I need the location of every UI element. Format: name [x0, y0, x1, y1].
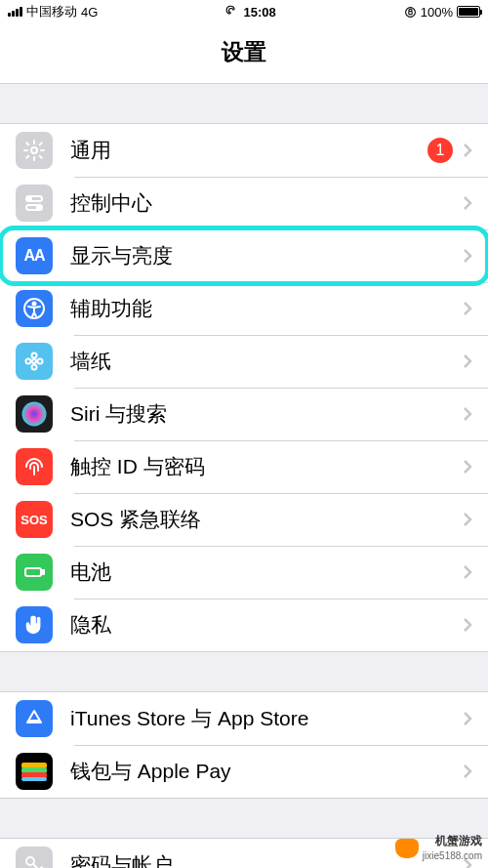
status-center: 15:08: [225, 5, 275, 20]
settings-row-general[interactable]: 通用1: [0, 124, 488, 177]
flower-icon: [16, 343, 53, 380]
svg-point-8: [33, 303, 36, 306]
battery-icon: [457, 6, 480, 18]
row-label: 隐私: [70, 611, 463, 639]
AA-icon: AA: [16, 237, 53, 274]
svg-point-4: [27, 197, 31, 201]
svg-rect-16: [42, 570, 44, 574]
svg-rect-20: [21, 777, 47, 781]
chevron-right-icon: [463, 617, 472, 633]
SOS-icon: SOS: [16, 501, 53, 538]
settings-row-sos[interactable]: SOSSOS 紧急联络: [0, 493, 488, 546]
status-left: 中国移动 4G: [8, 3, 98, 21]
chevron-right-icon: [463, 301, 472, 316]
battery-icon: [16, 554, 53, 591]
row-label: iTunes Store 与 App Store: [70, 705, 463, 732]
watermark-text-top: 机蟹游戏: [423, 834, 482, 849]
network-label: 4G: [81, 5, 98, 20]
fingerprint-icon: [16, 448, 53, 485]
gear-icon: [16, 132, 53, 169]
svg-point-14: [22, 402, 47, 427]
svg-point-12: [26, 359, 31, 364]
chevron-right-icon: [463, 353, 472, 369]
hotspot-icon: [225, 5, 239, 19]
chevron-right-icon: [463, 764, 472, 779]
battery-pct: 100%: [421, 5, 453, 20]
chevron-right-icon: [463, 564, 472, 580]
chevron-right-icon: [463, 143, 472, 158]
row-label: 墙纸: [70, 348, 463, 375]
svg-point-9: [32, 359, 36, 363]
chevron-right-icon: [463, 711, 472, 726]
settings-row-touchid[interactable]: 触控 ID 与密码: [0, 440, 488, 493]
row-label: 触控 ID 与密码: [70, 453, 463, 480]
settings-row-privacy[interactable]: 隐私: [0, 599, 488, 651]
watermark-logo-icon: [395, 839, 419, 858]
signal-icon: [8, 7, 22, 17]
time-label: 15:08: [243, 5, 275, 20]
notification-badge: 1: [427, 138, 453, 163]
settings-row-itunes[interactable]: iTunes Store 与 App Store: [0, 692, 488, 745]
status-right: 100%: [404, 5, 480, 20]
chevron-right-icon: [463, 406, 472, 422]
row-label: Siri 与搜索: [70, 400, 463, 428]
svg-point-2: [31, 147, 37, 153]
row-label: 钱包与 Apple Pay: [70, 758, 463, 785]
row-label: 通用: [70, 137, 427, 164]
svg-rect-15: [25, 568, 41, 576]
chevron-right-icon: [463, 195, 472, 211]
settings-row-siri[interactable]: Siri 与搜索: [0, 388, 488, 440]
svg-point-10: [32, 353, 37, 358]
hand-icon: [16, 606, 53, 643]
settings-row-display[interactable]: AA显示与亮度: [0, 229, 488, 282]
row-label: SOS 紧急联络: [70, 506, 463, 533]
settings-row-accessibility[interactable]: 辅助功能: [0, 282, 488, 335]
settings-row-wallpaper[interactable]: 墙纸: [0, 335, 488, 388]
key-icon: [16, 847, 53, 868]
siri-icon: [16, 395, 53, 433]
appstore-icon: [16, 700, 53, 737]
page-title: 设置: [0, 23, 488, 84]
accessibility-icon: [16, 290, 53, 327]
row-label: 电池: [70, 558, 463, 586]
orientation-lock-icon: [404, 6, 417, 19]
status-bar: 中国移动 4G 15:08 100%: [0, 0, 488, 23]
wallet-icon: [16, 753, 53, 790]
svg-point-6: [37, 206, 41, 210]
chevron-right-icon: [463, 248, 472, 264]
svg-rect-1: [409, 11, 412, 14]
chevron-right-icon: [463, 512, 472, 527]
row-label: 控制中心: [70, 189, 463, 217]
watermark-text-bottom: jixie5188.com: [423, 849, 482, 862]
settings-row-control-center[interactable]: 控制中心: [0, 177, 488, 229]
chevron-right-icon: [463, 459, 472, 475]
svg-point-13: [38, 359, 43, 364]
settings-row-battery[interactable]: 电池: [0, 546, 488, 599]
svg-point-11: [32, 365, 37, 370]
row-label: 辅助功能: [70, 295, 463, 322]
row-label: 显示与亮度: [70, 242, 463, 269]
settings-row-wallet[interactable]: 钱包与 Apple Pay: [0, 745, 488, 798]
switches-icon: [16, 185, 53, 222]
watermark: 机蟹游戏 jixie5188.com: [395, 834, 482, 862]
carrier-label: 中国移动: [26, 3, 77, 21]
